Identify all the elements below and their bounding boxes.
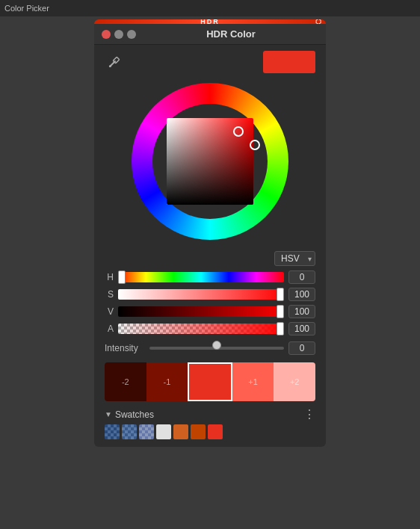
close-button[interactable] <box>102 30 111 39</box>
picker-body: HSV RGB HSL Hex ▾ H S <box>94 45 326 447</box>
val-input[interactable] <box>118 306 284 317</box>
swatch-item[interactable] <box>173 424 188 439</box>
intensity-value[interactable] <box>288 341 315 355</box>
svg-rect-1 <box>113 57 119 63</box>
hue-track[interactable] <box>118 272 284 282</box>
val-track[interactable] <box>118 306 284 317</box>
swatches-header: ▼ Swatches ⋮ <box>105 407 315 421</box>
hue-slider-row: H <box>105 270 315 284</box>
swatches-menu-button[interactable]: ⋮ <box>303 407 315 421</box>
color-preview[interactable] <box>263 51 315 73</box>
hdr-strip: -2 -1 +1 +2 <box>105 362 315 401</box>
svg-rect-4 <box>167 118 253 205</box>
hdr-swatch-plus1[interactable]: +1 <box>232 362 274 401</box>
val-slider-row: V <box>105 305 315 318</box>
maximize-button[interactable] <box>127 30 136 39</box>
swatch-item[interactable] <box>105 424 120 439</box>
intensity-label: Intensity <box>105 343 145 353</box>
hue-value[interactable] <box>288 270 315 284</box>
eyedropper-button[interactable] <box>105 52 124 72</box>
top-row <box>105 51 315 73</box>
window-title: HDR Color <box>143 28 318 40</box>
mode-select[interactable]: HSV RGB HSL Hex <box>274 251 315 266</box>
hue-label: H <box>105 272 114 282</box>
hue-input[interactable] <box>118 272 284 282</box>
alpha-label: A <box>105 324 114 334</box>
mode-row: HSV RGB HSL Hex ▾ <box>105 251 315 266</box>
top-bar: Color Picker <box>0 0 420 16</box>
hdr-swatch-zero[interactable] <box>188 362 232 401</box>
sat-input[interactable] <box>118 289 284 300</box>
swatch-item[interactable] <box>191 424 206 439</box>
intensity-input[interactable] <box>149 344 284 347</box>
hdr-swatch-minus2[interactable]: -2 <box>105 362 146 401</box>
intensity-track[interactable] <box>149 347 284 350</box>
swatch-item[interactable] <box>156 424 171 439</box>
sat-slider-row: S <box>105 288 315 301</box>
sat-label: S <box>105 289 114 300</box>
color-wheel-container[interactable] <box>105 79 315 244</box>
mode-select-wrapper[interactable]: HSV RGB HSL Hex ▾ <box>274 251 315 266</box>
color-wheel[interactable] <box>128 79 292 244</box>
eyedropper-icon <box>108 55 121 69</box>
app-title: Color Picker <box>4 4 49 13</box>
alpha-input[interactable] <box>118 324 284 334</box>
swatches-row <box>105 424 315 439</box>
val-value[interactable] <box>288 305 315 318</box>
alpha-value[interactable] <box>288 322 315 335</box>
intensity-row: Intensity <box>105 341 315 355</box>
swatch-item[interactable] <box>208 424 223 439</box>
val-label: V <box>105 306 114 317</box>
hdr-swatch-minus1[interactable]: -1 <box>146 362 188 401</box>
swatches-chevron-icon: ▼ <box>105 410 112 418</box>
sat-track[interactable] <box>118 289 284 300</box>
swatches-title: Swatches <box>115 409 154 420</box>
minimize-button[interactable] <box>114 30 123 39</box>
sat-value[interactable] <box>288 288 315 301</box>
color-picker-window: HDR ⬡ HDR Color <box>94 19 326 447</box>
swatch-item[interactable] <box>122 424 137 439</box>
hdr-swatch-plus2[interactable]: +2 <box>274 362 315 401</box>
swatches-toggle[interactable]: ▼ Swatches <box>105 409 154 420</box>
sliders-section: H S V <box>105 270 315 335</box>
alpha-slider-row: A <box>105 322 315 335</box>
traffic-lights <box>102 30 136 39</box>
svg-point-2 <box>109 65 111 67</box>
title-bar: HDR Color <box>94 24 326 45</box>
swatch-item[interactable] <box>139 424 154 439</box>
alpha-track[interactable] <box>118 324 284 334</box>
